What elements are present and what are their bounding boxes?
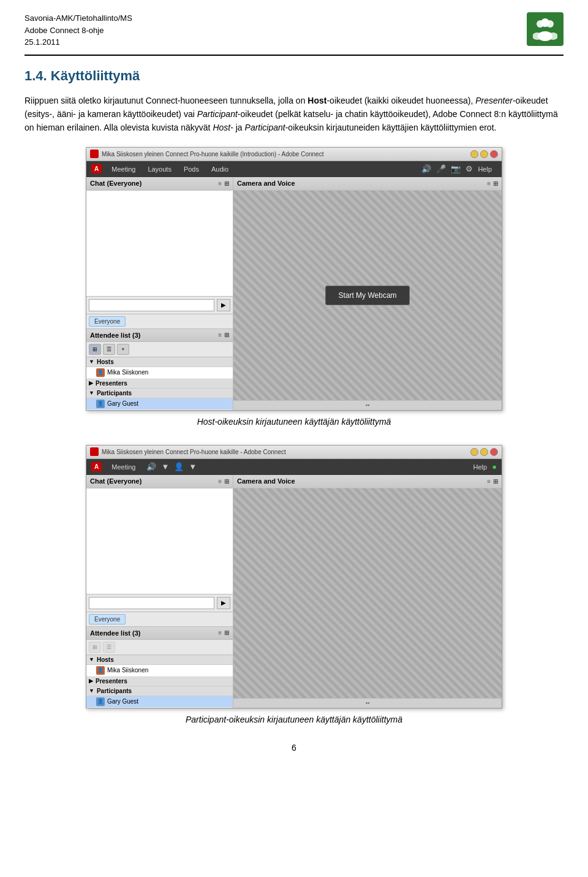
participant-user-item-1: 👤 Gary Guest bbox=[86, 398, 233, 410]
chat-input-field-2[interactable] bbox=[89, 597, 214, 609]
attendee-list-label-2: Attendee list (3) bbox=[90, 629, 141, 637]
camera-area-2 bbox=[233, 488, 502, 698]
host-user-icon-2: 👤 bbox=[96, 666, 105, 675]
attendee-menu-icon[interactable]: ≡ bbox=[218, 332, 222, 338]
body-paragraph: Riippuen siitä oletko kirjautunut Connec… bbox=[24, 94, 564, 135]
arrow-down-icon[interactable]: ▼ bbox=[161, 462, 169, 471]
section-title: 1.4. Käyttöliittymä bbox=[24, 68, 564, 84]
speaker-icon-2[interactable]: 🔊 bbox=[146, 462, 156, 471]
hosts-label-1: Hosts bbox=[97, 359, 114, 365]
adobe-logo-2: A bbox=[91, 462, 102, 471]
titlebar-app-icon bbox=[90, 150, 99, 158]
camera-menu-icon-2[interactable]: ≡ bbox=[487, 478, 491, 485]
camera-menu-icon[interactable]: ≡ bbox=[487, 180, 491, 187]
presenters-label-1: Presenters bbox=[96, 380, 127, 387]
left-panel-2: Chat (Everyone) ≡ ⊞ ▶ Everyone bbox=[86, 475, 233, 708]
hosts-group-header-1[interactable]: Hosts bbox=[86, 357, 233, 367]
menu-help-2[interactable]: Help bbox=[469, 461, 492, 473]
hosts-group-header-2[interactable]: Hosts bbox=[86, 655, 233, 665]
camera-voice-label-1: Camera and Voice bbox=[237, 180, 295, 187]
attendee-tools-2: ⊞ ☰ bbox=[86, 640, 233, 655]
chat-pod-expand-icon[interactable]: ⊞ bbox=[224, 180, 229, 187]
maximize-button-2[interactable] bbox=[480, 448, 488, 456]
presenters-group-header-2[interactable]: Presenters bbox=[86, 677, 233, 686]
speaker-icon[interactable]: 🔊 bbox=[421, 164, 431, 173]
mic-icon[interactable]: 🎤 bbox=[436, 164, 446, 173]
person-icon[interactable]: 👤 bbox=[174, 462, 184, 471]
everyone-tag-2: Everyone bbox=[86, 612, 233, 626]
menu-layouts-1[interactable]: Layouts bbox=[141, 163, 178, 175]
minimize-button[interactable] bbox=[470, 150, 478, 158]
chat-pod-controls-2[interactable]: ≡ ⊞ bbox=[218, 478, 229, 485]
presenters-group-header-1[interactable]: Presenters bbox=[86, 379, 233, 389]
chat-pod-menu-icon[interactable]: ≡ bbox=[218, 180, 222, 187]
chat-send-button-2[interactable]: ▶ bbox=[217, 597, 230, 609]
participants-group-header-2[interactable]: Participants bbox=[86, 686, 233, 696]
tool-btn-grid-2[interactable]: ⊞ bbox=[89, 642, 101, 653]
adobe-connect-window-1: Mika Siiskosen yleinen Connect Pro-huone… bbox=[86, 147, 502, 411]
adobe-connect-window-2: Mika Siiskosen yleinen Connect Pro-huone… bbox=[86, 445, 502, 708]
menu-meeting-2[interactable]: Meeting bbox=[105, 461, 141, 473]
hosts-label-2: Hosts bbox=[97, 656, 114, 663]
camera-voice-header-2: Camera and Voice ≡ ⊞ bbox=[233, 475, 502, 488]
menu-audio-1[interactable]: Audio bbox=[205, 163, 235, 175]
settings-icon[interactable]: ⚙ bbox=[466, 164, 473, 173]
close-button[interactable] bbox=[490, 150, 498, 158]
participants-label-1: Participants bbox=[97, 390, 132, 397]
host-user-icon-1: 👤 bbox=[96, 368, 105, 377]
titlebar-app-icon-2 bbox=[90, 447, 99, 456]
tool-btn-list[interactable]: ☰ bbox=[103, 344, 115, 355]
camera-expand-icon-2[interactable]: ⊞ bbox=[493, 478, 498, 485]
hosts-arrow-icon-2 bbox=[89, 656, 94, 662]
menu-meeting-1[interactable]: Meeting bbox=[105, 163, 141, 175]
camera-expand-icon[interactable]: ⊞ bbox=[493, 180, 498, 187]
header-logo bbox=[527, 12, 564, 46]
menu-pods-1[interactable]: Pods bbox=[178, 163, 205, 175]
menu-icons-1: 🔊 🎤 📷 ⚙ bbox=[421, 164, 473, 173]
host-user-item-1: 👤 Mika Siiskonen bbox=[86, 367, 233, 379]
bottom-bar-2: ▪▪ bbox=[233, 698, 502, 708]
participants-arrow-icon-2 bbox=[89, 688, 94, 694]
camera-icon[interactable]: 📷 bbox=[451, 164, 461, 173]
camera-voice-header-1: Camera and Voice ≡ ⊞ bbox=[233, 177, 502, 191]
presenters-arrow-icon bbox=[89, 380, 93, 386]
tool-btn-list-2[interactable]: ☰ bbox=[103, 642, 115, 653]
chat-pod-menu-icon-2[interactable]: ≡ bbox=[218, 478, 222, 485]
minimize-button-2[interactable] bbox=[470, 448, 478, 456]
host-user-name-2: Mika Siiskonen bbox=[107, 667, 148, 674]
participants-group-header-1[interactable]: Participants bbox=[86, 389, 233, 398]
menu-icons-2: 🔊 ▼ 👤 ▼ bbox=[146, 462, 197, 471]
bottom-bar-icon: ▪▪ bbox=[366, 402, 369, 408]
content-area-1: Chat (Everyone) ≡ ⊞ ▶ Everyone bbox=[86, 177, 502, 410]
titlebar-2: Mika Siiskosen yleinen Connect Pro-huone… bbox=[86, 446, 502, 459]
chat-pod-controls-1[interactable]: ≡ ⊞ bbox=[218, 180, 229, 187]
people-icon bbox=[533, 18, 557, 41]
titlebar-buttons-2[interactable] bbox=[470, 448, 498, 456]
camera-area-1: Start My Webcam bbox=[233, 191, 502, 400]
attendee-menu-icon-2[interactable]: ≡ bbox=[218, 629, 222, 636]
page-number: 6 bbox=[24, 743, 564, 753]
chat-input-field-1[interactable] bbox=[89, 299, 214, 311]
close-button-2[interactable] bbox=[490, 448, 498, 456]
attendee-expand-icon-2[interactable]: ⊞ bbox=[224, 629, 229, 636]
chat-label-1: Chat (Everyone) bbox=[90, 180, 141, 187]
header-line2: Adobe Connect 8-ohje bbox=[24, 25, 132, 37]
caption2: Participant-oikeuksin kirjautuneen käytt… bbox=[186, 715, 402, 724]
chat-pod-expand-icon-2[interactable]: ⊞ bbox=[224, 478, 229, 485]
titlebar-text-1: Mika Siiskosen yleinen Connect Pro-huone… bbox=[102, 151, 323, 158]
chat-send-button-1[interactable]: ▶ bbox=[217, 299, 230, 311]
tool-btn-add[interactable]: + bbox=[117, 344, 129, 355]
start-webcam-button[interactable]: Start My Webcam bbox=[325, 286, 409, 305]
arrow-down-icon-2[interactable]: ▼ bbox=[189, 462, 197, 471]
menu-help-1[interactable]: Help bbox=[473, 163, 497, 175]
maximize-button[interactable] bbox=[480, 150, 488, 158]
presenters-label-2: Presenters bbox=[96, 678, 127, 685]
titlebar-text-2: Mika Siiskosen yleinen Connect Pro-huone… bbox=[102, 449, 286, 455]
titlebar-buttons-1[interactable] bbox=[470, 150, 498, 158]
tool-btn-grid[interactable]: ⊞ bbox=[89, 344, 101, 355]
right-panel-1: Camera and Voice ≡ ⊞ Start My Webcam ▪▪ bbox=[233, 177, 502, 410]
participants-arrow-icon bbox=[89, 390, 94, 396]
titlebar-1: Mika Siiskosen yleinen Connect Pro-huone… bbox=[86, 148, 502, 161]
attendee-expand-icon[interactable]: ⊞ bbox=[224, 332, 229, 338]
adobe-logo: A bbox=[91, 164, 102, 173]
